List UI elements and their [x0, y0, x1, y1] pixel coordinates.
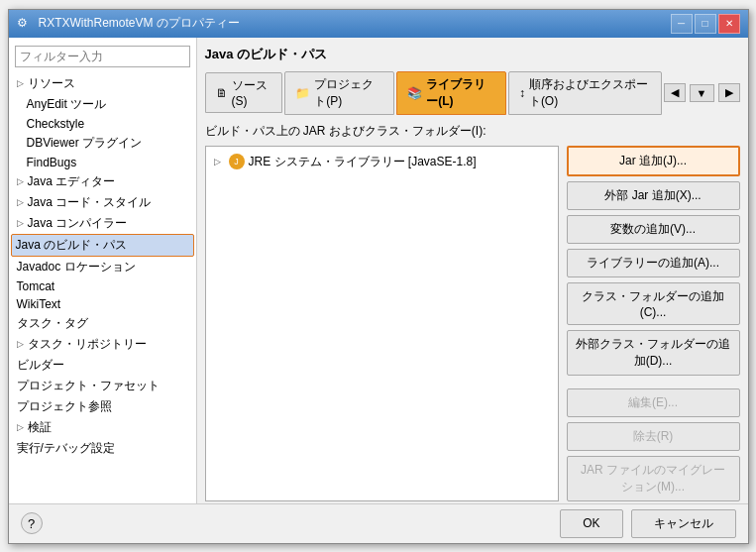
- tab-order-icon: ↕: [519, 86, 525, 100]
- sidebar-item-run-debug[interactable]: 実行/テバッグ設定: [9, 438, 196, 459]
- sidebar-item-label: Java のビルド・パス: [16, 237, 128, 254]
- add-variable-button[interactable]: 変数の追加(V)...: [567, 215, 740, 244]
- cancel-button[interactable]: キャンセル: [631, 509, 736, 538]
- jar-tree-panel: ▷ J JRE システム・ライブラリー [JavaSE-1.8]: [205, 146, 559, 501]
- tab-source[interactable]: 🗎 ソース(S): [205, 72, 283, 113]
- sidebar-item-resource[interactable]: ▷ リソース: [9, 73, 196, 94]
- expand-arrow: ▷: [17, 422, 24, 432]
- sidebar-item-findbugs[interactable]: FindBugs: [9, 154, 196, 171]
- tab-order-label: 順序およびエクスポート(O): [529, 76, 651, 110]
- sidebar-item-validation[interactable]: ▷ 検証: [9, 417, 196, 438]
- sidebar: ▷ リソース AnyEdit ツール Checkstyle DBViewer プ…: [9, 38, 197, 503]
- sidebar-item-java-compiler[interactable]: ▷ Java コンパイラー: [9, 213, 196, 234]
- tab-source-icon: 🗎: [216, 86, 228, 100]
- tab-libraries-label: ライブラリー(L): [426, 76, 495, 110]
- tab-libraries-icon: 📚: [407, 86, 422, 100]
- sidebar-item-project-facet[interactable]: プロジェクト・ファセット: [9, 376, 196, 396]
- jre-expand-arrow: ▷: [214, 157, 221, 166]
- expand-arrow: ▷: [17, 176, 24, 186]
- sidebar-item-builder[interactable]: ビルダー: [9, 355, 196, 376]
- tab-project-icon: 📁: [295, 86, 310, 100]
- nav-dropdown-button[interactable]: ▼: [690, 84, 714, 102]
- add-jar-button[interactable]: Jar 追加(J)...: [567, 146, 740, 176]
- ok-button[interactable]: OK: [560, 509, 622, 538]
- sidebar-item-tomcat[interactable]: Tomcat: [9, 277, 196, 295]
- sidebar-item-label: FindBugs: [27, 156, 77, 169]
- sidebar-item-label: プロジェクト・ファセット: [17, 378, 160, 394]
- jre-icon: J: [229, 154, 245, 169]
- sidebar-item-label: Java エディター: [28, 173, 116, 190]
- main-content: ▷ J JRE システム・ライブラリー [JavaSE-1.8] Jar 追加(…: [205, 146, 740, 501]
- sidebar-item-task-repo[interactable]: ▷ タスク・リポジトリー: [9, 334, 196, 355]
- sidebar-item-java-code-style[interactable]: ▷ Java コード・スタイル: [9, 192, 196, 213]
- panel-title: Java のビルド・パス: [205, 46, 740, 63]
- sidebar-item-java-build-path[interactable]: Java のビルド・パス: [11, 234, 194, 257]
- expand-arrow: ▷: [17, 197, 24, 207]
- sidebar-item-label: Tomcat: [17, 279, 55, 293]
- remove-button[interactable]: 除去(R): [567, 422, 740, 451]
- sidebar-item-label: タスク・タグ: [17, 315, 88, 332]
- sidebar-item-java-editor[interactable]: ▷ Java エディター: [9, 171, 196, 192]
- sidebar-item-anyedit[interactable]: AnyEdit ツール: [9, 94, 196, 115]
- sidebar-item-label: ビルダー: [17, 357, 64, 374]
- tabs-row: 🗎 ソース(S) 📁 プロジェクト(P) 📚 ライブラリー(L) ↕ 順序および…: [205, 71, 740, 115]
- sidebar-item-label: タスク・リポジトリー: [28, 336, 147, 353]
- filter-input[interactable]: [15, 46, 190, 67]
- main-window: ⚙ RXTXWithRemoteVM のプロパティー ─ □ ✕ ▷ リソース …: [8, 9, 749, 544]
- sidebar-item-label: リソース: [28, 75, 75, 92]
- window-icon: ⚙: [17, 16, 33, 32]
- sidebar-item-label: 実行/テバッグ設定: [17, 440, 115, 457]
- tab-source-label: ソース(S): [232, 77, 272, 108]
- content-area: ▷ リソース AnyEdit ツール Checkstyle DBViewer プ…: [9, 38, 748, 503]
- sidebar-item-label: WikiText: [17, 297, 61, 311]
- sidebar-item-wikitext[interactable]: WikiText: [9, 295, 196, 313]
- tab-order[interactable]: ↕ 順序およびエクスポート(O): [508, 71, 662, 115]
- maximize-button[interactable]: □: [695, 14, 716, 34]
- add-external-jar-button[interactable]: 外部 Jar 追加(X)...: [567, 181, 740, 210]
- add-library-button[interactable]: ライブラリーの追加(A)...: [567, 249, 740, 277]
- sidebar-item-label: 検証: [28, 419, 52, 436]
- expand-arrow: ▷: [17, 218, 24, 228]
- expand-arrow: ▷: [17, 78, 24, 88]
- nav-arrows: ◀ ▼ ▶: [664, 83, 740, 102]
- close-button[interactable]: ✕: [718, 14, 740, 34]
- expand-arrow: ▷: [17, 339, 24, 349]
- title-bar-controls: ─ □ ✕: [671, 14, 740, 34]
- sidebar-item-label: プロジェクト参照: [17, 398, 112, 415]
- sidebar-item-label: Checkstyle: [27, 117, 85, 131]
- jre-item[interactable]: ▷ J JRE システム・ライブラリー [JavaSE-1.8]: [210, 151, 554, 173]
- add-ext-class-folder-button[interactable]: 外部クラス・フォルダーの追加(D)...: [567, 330, 740, 376]
- sidebar-item-checkstyle[interactable]: Checkstyle: [9, 115, 196, 133]
- sidebar-item-label: DBViewer プラグイン: [27, 135, 142, 152]
- sidebar-item-label: AnyEdit ツール: [27, 96, 107, 113]
- add-class-folder-button[interactable]: クラス・フォルダーの追加(C)...: [567, 282, 740, 325]
- sidebar-item-project-ref[interactable]: プロジェクト参照: [9, 396, 196, 417]
- minimize-button[interactable]: ─: [671, 14, 693, 34]
- tab-libraries[interactable]: 📚 ライブラリー(L): [396, 71, 506, 115]
- sidebar-item-javadoc[interactable]: Javadoc ロケーション: [9, 257, 196, 277]
- help-button[interactable]: ?: [21, 512, 43, 534]
- sidebar-item-label: Java コード・スタイル: [28, 194, 152, 211]
- build-path-label: ビルド・パス上の JAR およびクラス・フォルダー(I):: [205, 123, 740, 140]
- migrate-jar-button[interactable]: JAR ファイルのマイグレーション(M)...: [567, 456, 740, 501]
- bottom-right: OK キャンセル: [560, 509, 735, 538]
- sidebar-item-task-tag[interactable]: タスク・タグ: [9, 313, 196, 334]
- main-panel: Java のビルド・パス 🗎 ソース(S) 📁 プロジェクト(P) 📚 ライブラ…: [197, 38, 748, 503]
- window-title: RXTXWithRemoteVM のプロパティー: [39, 15, 240, 32]
- sidebar-item-label: Javadoc ロケーション: [17, 259, 136, 276]
- sidebar-item-label: Java コンパイラー: [28, 215, 128, 232]
- tab-project[interactable]: 📁 プロジェクト(P): [284, 71, 394, 115]
- buttons-panel: Jar 追加(J)... 外部 Jar 追加(X)... 変数の追加(V)...…: [567, 146, 740, 501]
- edit-button[interactable]: 編集(E)...: [567, 388, 740, 417]
- jre-item-label: JRE システム・ライブラリー [JavaSE-1.8]: [249, 154, 477, 170]
- sidebar-item-dbviewer[interactable]: DBViewer プラグイン: [9, 133, 196, 154]
- bottom-bar: ? OK キャンセル: [9, 503, 748, 543]
- tab-project-label: プロジェクト(P): [314, 76, 383, 110]
- title-bar-left: ⚙ RXTXWithRemoteVM のプロパティー: [17, 15, 240, 32]
- nav-back-button[interactable]: ◀: [664, 83, 686, 102]
- nav-forward-button[interactable]: ▶: [718, 83, 740, 102]
- title-bar: ⚙ RXTXWithRemoteVM のプロパティー ─ □ ✕: [9, 10, 748, 38]
